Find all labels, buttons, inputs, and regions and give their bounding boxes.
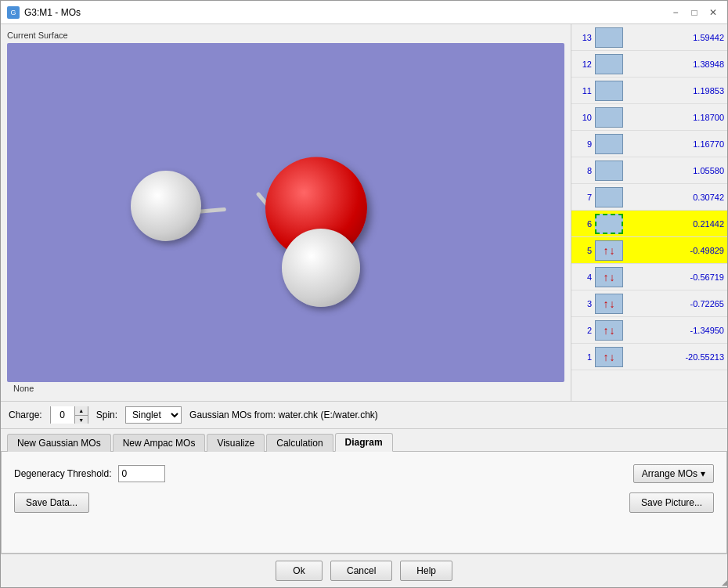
mo-number: 10 (575, 113, 592, 122)
mo-orbital-box[interactable] (595, 81, 623, 101)
spin-label: Spin: (96, 409, 117, 420)
molecule-container (7, 43, 564, 382)
electron-up-icon: ↑ (604, 352, 609, 363)
window-title: G3:M1 - MOs (24, 7, 81, 18)
minimize-button[interactable]: − (668, 5, 683, 20)
electron-down-icon: ↓ (610, 325, 615, 336)
mo-energy: 1.19853 (626, 86, 724, 96)
current-surface-label: Current Surface (7, 31, 564, 40)
top-section: Current Surface None 131.59442121.389 (1, 24, 727, 401)
mo-number: 6 (575, 219, 592, 229)
mo-number: 1 (575, 352, 592, 362)
mo-row[interactable]: 1↑↓-20.55213 (571, 344, 727, 370)
mo-number: 12 (575, 60, 592, 69)
titlebar-left: G G3:M1 - MOs (7, 6, 81, 19)
mo-row[interactable]: 111.19853 (571, 78, 727, 104)
save-data-button[interactable]: Save Data... (14, 492, 89, 513)
mo-row[interactable]: 4↑↓-0.56719 (571, 264, 727, 290)
main-content: Current Surface None 131.59442121.389 (1, 24, 727, 587)
mo-energy: -1.34950 (626, 326, 724, 335)
diagram-top-row: Degeneracy Threshold: Arrange MOs ▾ (14, 464, 714, 483)
tabs-row: New Gaussian MOs New Ampac MOs Visualize… (1, 429, 727, 452)
cancel-button[interactable]: Cancel (330, 561, 392, 581)
help-button[interactable]: Help (400, 561, 452, 581)
tab-calculation[interactable]: Calculation (266, 434, 333, 452)
bottom-section: Charge: ▲ ▼ Spin: Singlet Doublet Triple… (1, 401, 727, 554)
viewport-area: Current Surface None (1, 24, 571, 401)
mo-orbital-box[interactable]: ↑↓ (595, 267, 623, 287)
mo-row[interactable]: 5↑↓-0.49829 (571, 237, 727, 264)
mo-orbital-box[interactable]: ↑↓ (595, 294, 623, 314)
mo-orbital-box[interactable] (595, 107, 623, 128)
degeneracy-group: Degeneracy Threshold: (14, 465, 165, 482)
arrange-mos-button[interactable]: Arrange MOs ▾ (633, 464, 714, 483)
titlebar: G G3:M1 - MOs − □ ✕ (1, 1, 727, 24)
charge-down-button[interactable]: ▼ (75, 415, 88, 424)
mo-energy: 1.16770 (626, 139, 724, 149)
resize-grip[interactable]: ◢ (717, 577, 728, 588)
mo-list-scroll[interactable]: 131.59442121.38948111.19853101.1870091.1… (571, 24, 727, 401)
mo-row[interactable]: 131.59442 (571, 24, 727, 51)
molecule-viewport[interactable] (7, 43, 564, 382)
electron-down-icon: ↓ (610, 272, 615, 283)
mo-number: 8 (575, 166, 592, 175)
electron-down-icon: ↓ (610, 245, 615, 256)
mo-energy: 1.18700 (626, 113, 724, 122)
mo-row[interactable]: 101.18700 (571, 104, 727, 131)
mo-row[interactable]: 91.16770 (571, 131, 727, 157)
mo-row[interactable]: 2↑↓-1.34950 (571, 317, 727, 344)
close-button[interactable]: ✕ (705, 5, 721, 20)
mo-energy: -0.49829 (626, 246, 724, 255)
tab-visualize[interactable]: Visualize (207, 434, 265, 452)
tab-new-gaussian[interactable]: New Gaussian MOs (7, 434, 111, 452)
mo-row[interactable]: 81.05580 (571, 157, 727, 184)
mo-orbital-box[interactable] (595, 27, 623, 48)
mo-energy: 1.59442 (626, 33, 724, 42)
mo-orbital-box[interactable]: ↑↓ (595, 240, 623, 261)
charge-label: Charge: (9, 409, 42, 420)
tab-diagram[interactable]: Diagram (335, 433, 393, 452)
mo-orbital-box[interactable]: ↑↓ (595, 320, 623, 341)
degeneracy-label: Degeneracy Threshold: (14, 468, 112, 479)
electron-up-icon: ↑ (604, 325, 609, 336)
mo-row[interactable]: 121.38948 (571, 51, 727, 78)
hydrogen-left-atom (131, 171, 201, 241)
mo-orbital-box[interactable]: ↑↓ (595, 347, 623, 367)
mo-orbital-box[interactable] (595, 134, 623, 154)
mo-number: 13 (575, 33, 592, 42)
mo-energy: -0.72265 (626, 299, 724, 308)
degeneracy-input[interactable] (118, 465, 165, 482)
charge-input[interactable] (51, 406, 74, 424)
main-window: G G3:M1 - MOs − □ ✕ Current Surface (0, 0, 728, 588)
mo-orbital-box[interactable] (595, 161, 623, 181)
app-icon: G (7, 6, 20, 19)
electron-down-icon: ↓ (610, 352, 615, 363)
arrange-mos-label: Arrange MOs (642, 468, 697, 479)
mo-number: 9 (575, 139, 592, 149)
ok-button[interactable]: Ok (276, 561, 323, 581)
charge-up-button[interactable]: ▲ (75, 406, 88, 415)
mo-orbital-box[interactable] (595, 187, 623, 207)
surface-none-label: None (7, 382, 564, 395)
electron-down-icon: ↓ (610, 298, 615, 309)
tab-new-ampac[interactable]: New Ampac MOs (113, 434, 206, 452)
mo-row[interactable]: 70.30742 (571, 184, 727, 211)
mo-number: 3 (575, 299, 592, 308)
maximize-button[interactable]: □ (687, 5, 702, 20)
titlebar-controls: − □ ✕ (668, 5, 721, 20)
mo-energy: 1.05580 (626, 166, 724, 175)
spin-select[interactable]: Singlet Doublet Triplet (125, 406, 182, 424)
diagram-bottom-row: Save Data... Save Picture... (14, 492, 714, 513)
hydrogen-right-atom (282, 229, 360, 307)
mo-row[interactable]: 3↑↓-0.72265 (571, 290, 727, 317)
mo-number: 7 (575, 193, 592, 202)
gaussian-mo-text: Gaussian MOs from: water.chk (E:/water.c… (189, 409, 378, 420)
arrange-mos-dropdown-icon: ▾ (701, 468, 705, 479)
diagram-tab-panel: Degeneracy Threshold: Arrange MOs ▾ Save… (1, 452, 727, 554)
mo-row[interactable]: 60.21442 (571, 211, 727, 237)
footer: Ok Cancel Help (1, 554, 727, 587)
mo-orbital-box[interactable] (595, 54, 623, 74)
mo-energy: 0.30742 (626, 193, 724, 202)
mo-orbital-box[interactable] (595, 214, 623, 234)
save-picture-button[interactable]: Save Picture... (629, 492, 714, 513)
